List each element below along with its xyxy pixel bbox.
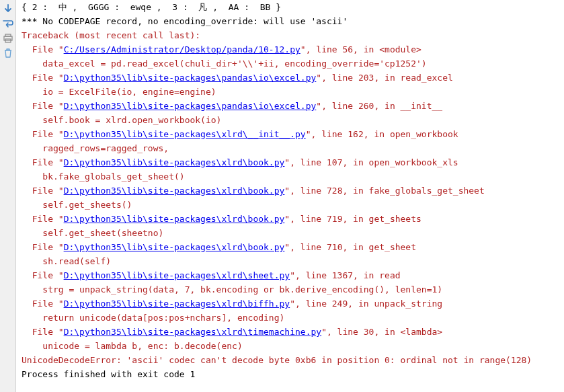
console-text: File " <box>32 327 64 337</box>
console-line: File "D:\python35\lib\site-packages\xlrd… <box>22 127 561 141</box>
traceback-file-link[interactable]: D:\python35\lib\site-packages\xlrd\biffh… <box>64 299 290 309</box>
console-line: self.book = xlrd.open_workbook(io) <box>22 113 561 127</box>
console-line: ragged_rows=ragged_rows, <box>22 141 561 155</box>
console-line: File "D:\python35\lib\site-packages\pand… <box>22 71 561 85</box>
traceback-file-link[interactable]: D:\python35\lib\site-packages\xlrd\book.… <box>64 186 285 196</box>
console-line: File "D:\python35\lib\site-packages\xlrd… <box>22 155 561 169</box>
console-text: ragged_rows=ragged_rows, <box>42 143 169 153</box>
console-text: File " <box>32 44 64 54</box>
console-text: File " <box>32 186 64 196</box>
console-text: { 2 : 中 , GGGG : ewqe , 3 : 凡 , AA : BB … <box>22 2 281 12</box>
traceback-file-link[interactable]: D:\python35\lib\site-packages\pandas\io\… <box>64 73 317 83</box>
console-text: self.get_sheet(sheetno) <box>42 228 163 238</box>
console-line: return unicode(data[pos:pos+nchars], enc… <box>22 311 561 325</box>
console-gutter <box>0 0 16 392</box>
console-text: ", line 710, in get_sheet <box>284 242 416 252</box>
console-text: ", line 30, in <lambda> <box>321 327 442 337</box>
console-line: self.get_sheets() <box>22 198 561 212</box>
traceback-file-link[interactable]: D:\python35\lib\site-packages\xlrd\timem… <box>64 327 322 337</box>
traceback-file-link[interactable]: D:\python35\lib\site-packages\xlrd\book.… <box>64 214 285 224</box>
console-text: File " <box>32 157 64 167</box>
console-text: ", line 203, in read_excel <box>316 73 453 83</box>
console-text: ", line 107, in open_workbook_xls <box>284 157 458 167</box>
console-output[interactable]: { 2 : 中 , GGGG : ewqe , 3 : 凡 , AA : BB … <box>16 0 564 392</box>
console-line: Traceback (most recent call last): <box>22 28 561 42</box>
traceback-file-link[interactable]: C:/Users/Administrator/Desktop/panda/10-… <box>64 44 300 54</box>
console-text: self.get_sheets() <box>42 200 132 210</box>
console-text: unicode = lambda b, enc: b.decode(enc) <box>42 341 242 351</box>
scroll-down-icon[interactable] <box>2 3 14 15</box>
console-line: File "D:\python35\lib\site-packages\xlrd… <box>22 184 561 198</box>
console-line: File "D:\python35\lib\site-packages\xlrd… <box>22 212 561 226</box>
console-text: Process finished with exit code 1 <box>22 369 195 379</box>
console-line: File "D:\python35\lib\site-packages\xlrd… <box>22 268 561 282</box>
console-text: Traceback (most recent call last): <box>22 30 200 40</box>
console-text: File " <box>32 299 64 309</box>
console-text: File " <box>32 129 64 139</box>
console-text: *** No CODEPAGE record, no encoding_over… <box>22 16 348 26</box>
console-line: { 2 : 中 , GGGG : ewqe , 3 : 凡 , AA : BB … <box>22 0 561 14</box>
print-icon[interactable] <box>2 32 14 44</box>
console-line: File "C:/Users/Administrator/Desktop/pan… <box>22 42 561 56</box>
soft-wrap-icon[interactable] <box>2 17 14 30</box>
traceback-file-link[interactable]: D:\python35\lib\site-packages\xlrd\book.… <box>64 242 285 252</box>
console-text: return unicode(data[pos:pos+nchars], enc… <box>42 313 284 323</box>
console-text: ", line 249, in unpack_string <box>290 299 442 309</box>
console-line: strg = unpack_string(data, 7, bk.encodin… <box>22 282 561 297</box>
console-text: File " <box>32 242 64 252</box>
console-text: File " <box>32 101 64 111</box>
console-text: File " <box>32 73 64 83</box>
traceback-file-link[interactable]: D:\python35\lib\site-packages\xlrd\book.… <box>64 157 285 167</box>
console-line: *** No CODEPAGE record, no encoding_over… <box>22 14 561 28</box>
console-text: File " <box>32 214 64 224</box>
console-text: File " <box>32 270 64 280</box>
console-line: File "D:\python35\lib\site-packages\xlrd… <box>22 325 561 339</box>
console-text: self.book = xlrd.open_workbook(io) <box>42 115 221 125</box>
console-line: self.get_sheet(sheetno) <box>22 226 561 240</box>
console-text: data_excel = pd.read_excel(chuli_dir+'\\… <box>42 58 426 69</box>
traceback-file-link[interactable]: D:\python35\lib\site-packages\pandas\io\… <box>64 101 317 111</box>
console-line: File "D:\python35\lib\site-packages\xlrd… <box>22 240 561 254</box>
console-text: ", line 728, in fake_globals_get_sheet <box>284 186 484 196</box>
trash-icon[interactable] <box>2 47 14 59</box>
console-line: File "D:\python35\lib\site-packages\pand… <box>22 99 561 113</box>
console-text: strg = unpack_string(data, 7, bk.encodin… <box>42 284 442 295</box>
console-text: ", line 260, in __init__ <box>316 101 442 111</box>
traceback-file-link[interactable]: D:\python35\lib\site-packages\xlrd\sheet… <box>64 270 290 280</box>
console-line: Process finished with exit code 1 <box>22 367 561 381</box>
console-line: sh.read(self) <box>22 254 561 268</box>
console-line: unicode = lambda b, enc: b.decode(enc) <box>22 339 561 353</box>
traceback-file-link[interactable]: D:\python35\lib\site-packages\xlrd\__ini… <box>64 129 306 139</box>
console-text: ", line 56, in <module> <box>300 44 421 54</box>
console-line: io = ExcelFile(io, engine=engine) <box>22 85 561 99</box>
console-text: UnicodeDecodeError: 'ascii' codec can't … <box>22 355 532 365</box>
console-line: data_excel = pd.read_excel(chuli_dir+'\\… <box>22 56 561 71</box>
console-text: io = ExcelFile(io, engine=engine) <box>42 87 216 97</box>
console-line: bk.fake_globals_get_sheet() <box>22 169 561 184</box>
console-line: File "D:\python35\lib\site-packages\xlrd… <box>22 297 561 311</box>
console-text: ", line 162, in open_workbook <box>306 129 458 139</box>
console-text: ", line 719, in get_sheets <box>284 214 421 224</box>
console-line: UnicodeDecodeError: 'ascii' codec can't … <box>22 353 561 367</box>
console-text: ", line 1367, in read <box>290 270 400 280</box>
console-text: sh.read(self) <box>42 256 111 266</box>
console-text: bk.fake_globals_get_sheet() <box>42 171 184 182</box>
